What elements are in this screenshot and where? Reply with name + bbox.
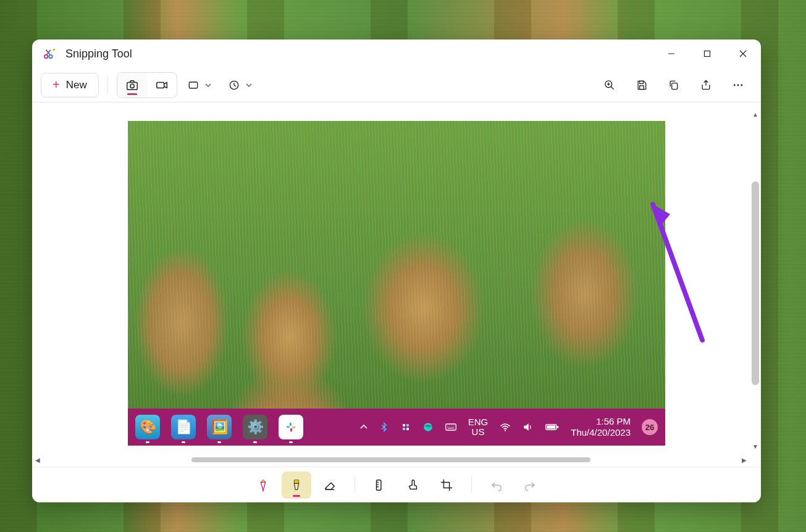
touch-writing-tool[interactable] [398,472,428,499]
save-icon [636,79,648,91]
toolbar-separator [107,77,108,94]
redo-button[interactable] [515,472,545,499]
new-snip-button[interactable]: + New [41,73,99,98]
battery-icon [545,423,560,431]
highlighter-tool[interactable] [282,472,311,499]
scroll-left-arrow-icon[interactable]: ◀ [32,453,43,467]
edge-icon [422,422,434,433]
svg-rect-4 [127,82,137,89]
svg-rect-29 [557,426,559,428]
plus-icon: + [52,78,60,92]
svg-point-0 [44,55,48,59]
tray-chevron-up-icon [359,423,368,431]
ruler-tool[interactable] [365,472,395,499]
svg-rect-12 [672,83,678,89]
svg-rect-17 [290,423,292,426]
captured-photo-content [128,121,665,409]
horizontal-scrollbar-thumb[interactable] [191,457,590,462]
crop-icon [440,478,453,492]
language-indicator: ENG US [468,417,489,438]
snipping-tool-window: Snipping Tool + New [32,39,761,502]
maximize-icon [703,50,711,57]
svg-point-5 [130,84,133,88]
toolbar-separator [471,477,472,493]
scroll-up-arrow-icon[interactable]: ▲ [750,109,761,120]
close-button[interactable] [725,39,761,68]
volume-icon [523,422,534,432]
highlighter-icon [290,478,303,492]
screenshot-mode-button[interactable] [117,73,147,98]
svg-point-15 [741,84,742,86]
taskbar-app-paint-icon: 🎨 [135,415,160,439]
eraser-tool[interactable] [315,472,345,499]
svg-rect-32 [377,480,381,490]
vertical-scrollbar[interactable]: ▲ ▼ [750,109,761,452]
chevron-down-icon [245,81,253,89]
svg-rect-7 [189,82,197,88]
svg-point-14 [737,84,739,86]
share-icon [700,79,712,91]
snipping-tool-app-icon [43,47,57,60]
captured-screenshot[interactable]: 🎨 📄 🖼️ ⚙️ [128,121,665,446]
captured-taskbar: 🎨 📄 🖼️ ⚙️ [128,409,665,446]
vertical-scrollbar-thumb[interactable] [752,181,759,385]
annotation-toolbar [32,467,761,502]
camera-icon [125,78,139,92]
crop-tool[interactable] [432,472,461,499]
pen-icon [256,478,270,492]
undo-button[interactable] [482,472,511,499]
video-icon [155,78,169,92]
rectangle-snip-icon [187,79,199,91]
svg-point-20 [402,424,405,427]
zoom-in-icon [603,79,616,91]
minimize-button[interactable] [653,39,689,68]
video-mode-button[interactable] [147,73,177,98]
scroll-down-arrow-icon[interactable]: ▼ [750,441,761,452]
minimize-icon [668,50,675,57]
svg-point-1 [49,55,52,59]
notification-badge: 26 [642,419,658,435]
copy-icon [668,79,680,91]
svg-rect-31 [294,480,298,483]
clock: 1:56 PM Thu/4/20/2023 [571,416,631,438]
wifi-icon [499,422,511,432]
delay-dropdown[interactable] [222,73,259,98]
eraser-icon [323,478,337,492]
svg-rect-3 [705,51,710,57]
svg-rect-10 [640,81,644,83]
scroll-right-arrow-icon[interactable]: ▶ [739,453,750,467]
keyboard-icon [445,422,457,432]
new-label: New [66,79,87,91]
zoom-button[interactable] [595,73,624,98]
ruler-icon [373,478,387,492]
clock-icon [228,79,240,91]
touch-icon [406,478,420,492]
taskbar-app-notepad-icon: 📄 [171,415,196,439]
svg-point-21 [406,424,409,427]
svg-point-22 [402,428,405,431]
top-toolbar: + New [32,68,761,102]
more-options-button[interactable] [724,73,752,98]
titlebar: Snipping Tool [32,39,761,68]
close-icon [739,50,747,57]
taskbar-app-photos-icon: 🖼️ [207,415,232,439]
desktop-background: Snipping Tool + New [0,0,806,532]
taskbar-app-slack-icon [279,415,303,439]
svg-rect-28 [547,425,556,428]
more-horizontal-icon [732,79,744,91]
ballpoint-pen-tool[interactable] [248,472,278,499]
redo-icon [523,478,537,492]
svg-point-13 [734,84,736,86]
share-button[interactable] [692,73,720,98]
app-title: Snipping Tool [65,48,132,60]
svg-rect-11 [640,85,644,89]
snip-shape-dropdown[interactable] [181,73,218,98]
horizontal-scrollbar[interactable]: ◀ ▶ [32,453,750,467]
save-button[interactable] [628,73,656,98]
svg-rect-6 [156,82,164,88]
svg-point-2 [53,49,56,51]
copy-button[interactable] [660,73,688,98]
maximize-button[interactable] [689,39,725,68]
taskbar-app-settings-icon: ⚙️ [243,415,267,439]
svg-rect-25 [445,424,456,430]
